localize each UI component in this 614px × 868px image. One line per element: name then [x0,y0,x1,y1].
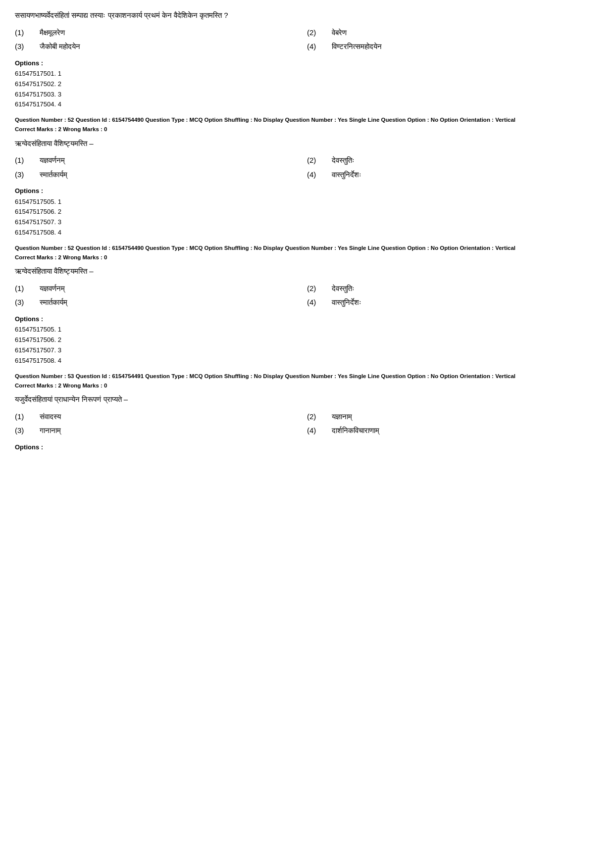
option-2: (2) देवस्तुतिः [307,283,599,294]
option-text-1: मैक्षमूलरेण [40,27,65,39]
option-4: (4) विण्टरनित्समहोदयेन [307,41,599,52]
option-num: (3) [15,169,30,181]
option-num-2: (2) [307,27,322,39]
question-text-q52a: ऋग्वेदसंहिताया वैशिष्ट्यमस्ति – [15,138,599,149]
option-num: (4) [307,297,322,308]
meta-info-q53: Question Number : 53 Question Id : 61547… [15,372,599,381]
option-text-2: वेबरेण [332,27,347,39]
option-3: (3) स्मार्तकार्यम् [15,297,307,308]
list-item: 61547517508. 4 [15,228,599,238]
question-block-q52a: Question Number : 52 Question Id : 61547… [15,116,599,238]
list-item: 61547517506. 2 [15,207,599,217]
option-2: (2) देवस्तुतिः [307,155,599,166]
options-list-top: 61547517501. 1 61547517502. 2 6154751750… [15,69,599,110]
question-text-q53: यजुर्वेदसंहितायां प्राधान्येन निरूपणं प्… [15,394,599,405]
options-label: Options : [15,314,599,324]
question-text-q52b: ऋग्वेदसंहिताया वैशिष्ट्यमस्ति – [15,266,599,277]
option-1: (1) यज्ञवर्णनम् [15,155,307,166]
option-num: (3) [15,425,30,436]
list-item: 61547517506. 2 [15,335,599,345]
page-content: ससायणभाष्यर्वेदसंहितां सम्पाद्य तस्याः प… [15,10,599,452]
options-label-top: Options : [15,58,599,68]
option-4: (4) दार्शनिकविचाराणाम् [307,425,599,436]
option-num: (1) [15,411,30,423]
option-4: (4) वास्तुनिर्देशः [307,297,599,308]
option-text: दार्शनिकविचाराणाम् [332,425,379,436]
option-3: (3) गानानाम् [15,425,307,436]
list-item: 61547517507. 3 [15,217,599,228]
option-text: स्मार्तकार्यम् [40,297,67,308]
meta-info-q52a: Question Number : 52 Question Id : 61547… [15,116,599,124]
options-grid-q52b: (1) यज्ञवर्णनम् (2) देवस्तुतिः (3) स्मार… [15,283,599,308]
option-num: (1) [15,155,30,166]
option-num: (2) [307,155,322,166]
option-2: (2) यज्ञानाम् [307,411,599,423]
option-num-3: (3) [15,41,30,52]
options-list: 61547517505. 1 61547517506. 2 6154751750… [15,197,599,238]
option-num: (2) [307,283,322,294]
option-text: वास्तुनिर्देशः [332,297,361,308]
list-item: 61547517501. 1 [15,69,599,79]
option-text: देवस्तुतिः [332,155,355,166]
list-item: 61547517502. 2 [15,79,599,90]
option-1: (1) मैक्षमूलरेण [15,27,307,39]
marks-info-q53: Correct Marks : 2 Wrong Marks : 0 [15,382,599,390]
option-1: (1) संवादस्य [15,411,307,423]
options-label-q53: Options : [15,442,599,452]
question-block-top: ससायणभाष्यर्वेदसंहितां सम्पाद्य तस्याः प… [15,10,599,110]
list-item: 61547517505. 1 [15,325,599,335]
meta-info-q52b: Question Number : 52 Question Id : 61547… [15,244,599,252]
options-grid-q52a: (1) यज्ञवर्णनम् (2) देवस्तुतिः (3) स्मार… [15,155,599,180]
option-text: स्मार्तकार्यम् [40,169,67,181]
options-grid-top: (1) मैक्षमूलरेण (2) वेबरेण (3) जैकोबी मह… [15,27,599,52]
option-text: गानानाम् [40,425,61,436]
options-label: Options : [15,186,599,196]
list-item: 61547517504. 4 [15,99,599,110]
question-text-top: ससायणभाष्यर्वेदसंहितां सम्पाद्य तस्याः प… [15,10,599,21]
list-item: 61547517503. 3 [15,90,599,100]
options-list: 61547517505. 1 61547517506. 2 6154751750… [15,325,599,366]
option-text: यज्ञवर्णनम् [40,283,65,294]
option-num-4: (4) [307,41,322,52]
option-1: (1) यज्ञवर्णनम् [15,283,307,294]
list-item: 61547517505. 1 [15,197,599,207]
option-num: (1) [15,283,30,294]
option-text: वास्तुनिर्देशः [332,169,361,181]
option-text-4: विण्टरनित्समहोदयेन [332,41,382,52]
option-num: (4) [307,169,322,181]
list-item: 61547517508. 4 [15,356,599,366]
list-item: 61547517507. 3 [15,345,599,356]
option-2: (2) वेबरेण [307,27,599,39]
option-3: (3) जैकोबी महोदयेन [15,41,307,52]
option-3: (3) स्मार्तकार्यम् [15,169,307,181]
option-num: (4) [307,425,322,436]
option-4: (4) वास्तुनिर्देशः [307,169,599,181]
marks-info-q52a: Correct Marks : 2 Wrong Marks : 0 [15,125,599,134]
marks-info-q52b: Correct Marks : 2 Wrong Marks : 0 [15,253,599,262]
question-block-q53: Question Number : 53 Question Id : 61547… [15,372,599,452]
options-grid-q53: (1) संवादस्य (2) यज्ञानाम् (3) गानानाम् … [15,411,599,436]
question-block-q52b: Question Number : 52 Question Id : 61547… [15,244,599,366]
option-text: यज्ञवर्णनम् [40,155,65,166]
option-num: (3) [15,297,30,308]
option-text: संवादस्य [40,411,61,423]
option-num: (2) [307,411,322,423]
option-num-1: (1) [15,27,30,39]
option-text: यज्ञानाम् [332,411,352,423]
option-text: देवस्तुतिः [332,283,355,294]
option-text-3: जैकोबी महोदयेन [40,41,80,52]
